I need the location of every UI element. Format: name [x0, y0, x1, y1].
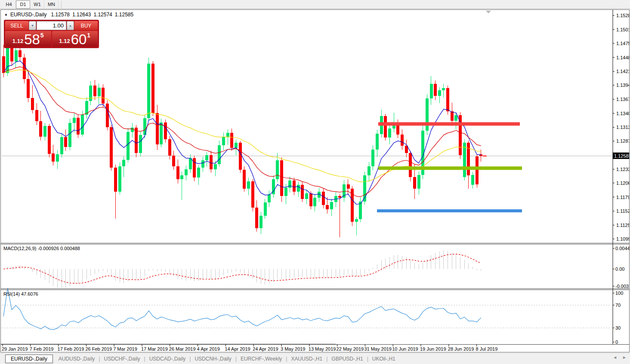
sell-price-pip: 5 [40, 32, 44, 39]
svg-text:22 May 2019: 22 May 2019 [337, 346, 364, 352]
svg-text:17 Feb 2019: 17 Feb 2019 [58, 346, 84, 352]
collapse-arrow-icon[interactable]: ▲ [4, 12, 8, 16]
tab-scroll-left-icon[interactable]: ◄ [613, 355, 617, 360]
tab-scroll-right-icon[interactable]: ► [622, 355, 627, 360]
svg-text:1.12065: 1.12065 [616, 180, 629, 186]
chart-tab-xauusd-h1[interactable]: XAUUSD-,H1 [287, 355, 326, 363]
svg-text:30: 30 [615, 325, 621, 330]
chart-canvas[interactable]: 1.152851.150151.147501.144801.142101.139… [1, 10, 629, 352]
chart-tab-gbpusd-h1[interactable]: GBPUSD-,H1 [327, 355, 367, 363]
buy-button[interactable]: BUY [74, 21, 98, 30]
ohlc-low: 1.12574 [93, 12, 112, 18]
chart-tab-usdcnh-daily[interactable]: USDCNH-,Daily [191, 355, 235, 363]
volume-input[interactable]: 1.00 [37, 21, 66, 30]
chart-tab-audusd-daily[interactable]: AUDUSD-,Daily [55, 355, 99, 363]
svg-text:70: 70 [615, 303, 621, 308]
volume-increase-button[interactable]: ▲ [67, 21, 74, 30]
ohlc-open: 1.12578 [51, 12, 70, 18]
svg-text:MACD(12,26,9) -0.000926 0.0004: MACD(12,26,9) -0.000926 0.000488 [3, 246, 80, 251]
svg-text:31 May 2019: 31 May 2019 [364, 346, 392, 352]
svg-text:7 Feb 2019: 7 Feb 2019 [30, 346, 54, 352]
svg-text:1.13405: 1.13405 [616, 111, 629, 116]
symbol-timeframe-label: EURUSD-,Daily [10, 12, 47, 18]
svg-text:1.14750: 1.14750 [616, 41, 629, 46]
tab-scroll-buttons: ◄ ► [613, 355, 627, 360]
timeframe-toolbar: H4D1W1MN [0, 0, 630, 9]
sell-button[interactable]: SELL [5, 21, 28, 30]
svg-text:14 Apr 2019: 14 Apr 2019 [225, 346, 250, 352]
svg-text:1.11525: 1.11525 [616, 208, 629, 214]
one-click-trading-panel: SELL ▼ 1.00 ▲ BUY 1.12585 1.12601 [4, 20, 99, 48]
svg-text:0: 0 [615, 340, 618, 345]
svg-text:1.15285: 1.15285 [616, 13, 629, 18]
chart-tab-ukoil-h1[interactable]: UKOil-,H1 [368, 355, 399, 363]
svg-text:0.00: 0.00 [615, 266, 624, 272]
svg-text:RSI(14) 47.6076: RSI(14) 47.6076 [3, 291, 38, 297]
svg-text:1.12585: 1.12585 [614, 153, 629, 159]
chart-tab-eurusd-daily[interactable]: EURUSD-,Daily [5, 355, 53, 363]
svg-text:1.15015: 1.15015 [616, 27, 629, 32]
ohlc-high: 1.12643 [72, 12, 91, 18]
toolbar-separator [61, 1, 62, 8]
svg-text:1.10990: 1.10990 [616, 236, 629, 242]
buy-price-prefix: 1.12 [59, 38, 70, 44]
svg-text:17 Mar 2019: 17 Mar 2019 [141, 346, 168, 352]
timeframe-button-w1[interactable]: W1 [30, 0, 44, 9]
chart-tab-usdchf-daily[interactable]: USDCHF-,Daily [100, 355, 144, 363]
chevron-down-icon: ▼ [31, 24, 34, 27]
timeframe-button-mn[interactable]: MN [44, 0, 59, 9]
svg-text:24 Apr 2019: 24 Apr 2019 [253, 346, 278, 352]
buy-price-button[interactable]: 1.12601 [52, 31, 98, 47]
svg-text:26 Feb 2019: 26 Feb 2019 [85, 346, 112, 352]
svg-text:8 Jul 2019: 8 Jul 2019 [476, 346, 498, 352]
svg-text:1.11795: 1.11795 [616, 195, 629, 200]
svg-text:1.13135: 1.13135 [616, 125, 629, 130]
chart-window: 1.152851.150151.147501.144801.142101.139… [0, 9, 630, 352]
sell-price-button[interactable]: 1.12585 [5, 31, 51, 47]
svg-text:19 Jun 2019: 19 Jun 2019 [420, 346, 446, 352]
sell-price-prefix: 1.12 [12, 38, 23, 44]
svg-text:7 Mar 2019: 7 Mar 2019 [113, 346, 137, 352]
svg-text:1.12330: 1.12330 [616, 167, 629, 172]
chevron-up-icon: ▲ [69, 24, 72, 27]
svg-text:100: 100 [615, 291, 623, 296]
svg-text:1.13945: 1.13945 [616, 83, 629, 88]
chart-title: ▲ EURUSD-,Daily 1.12578 1.12643 1.12574 … [4, 12, 133, 18]
svg-text:10 Jun 2019: 10 Jun 2019 [392, 346, 418, 352]
volume-decrease-button[interactable]: ▼ [29, 21, 36, 30]
svg-text:13 May 2019: 13 May 2019 [309, 346, 336, 352]
chart-tab-eurchf-weekly[interactable]: EURCHF-,Weekly [237, 355, 286, 363]
svg-text:26 Mar 2019: 26 Mar 2019 [169, 346, 196, 352]
buy-price-main: 60 [71, 34, 87, 46]
buy-price-pip: 1 [87, 32, 90, 39]
sell-price-main: 58 [24, 34, 40, 46]
timeframe-button-h4[interactable]: H4 [2, 0, 16, 9]
svg-text:0.004465: 0.004465 [615, 246, 629, 251]
chart-tab-bar: EURUSD-,DailyAUDUSD-,Daily|USDCHF-,Daily… [0, 353, 630, 364]
svg-text:29 Jan 2019: 29 Jan 2019 [2, 346, 28, 352]
svg-text:1.14480: 1.14480 [616, 55, 629, 60]
svg-text:3 May 2019: 3 May 2019 [281, 346, 305, 352]
svg-text:1.14210: 1.14210 [616, 69, 629, 74]
mt4-terminal: H4D1W1MN 1.152851.150151.147501.144801.1… [0, 0, 630, 364]
svg-text:4 Apr 2019: 4 Apr 2019 [197, 346, 220, 352]
svg-text:-0.003715: -0.003715 [615, 284, 629, 289]
svg-text:1.13675: 1.13675 [616, 97, 629, 102]
timeframe-button-d1[interactable]: D1 [16, 0, 30, 9]
svg-text:1.11255: 1.11255 [616, 223, 629, 228]
svg-text:1.12870: 1.12870 [616, 138, 629, 144]
svg-text:28 Jun 2019: 28 Jun 2019 [448, 346, 474, 352]
ohlc-close: 1.12585 [115, 12, 133, 18]
chart-tab-usdcad-daily[interactable]: USDCAD-,Daily [145, 355, 190, 363]
